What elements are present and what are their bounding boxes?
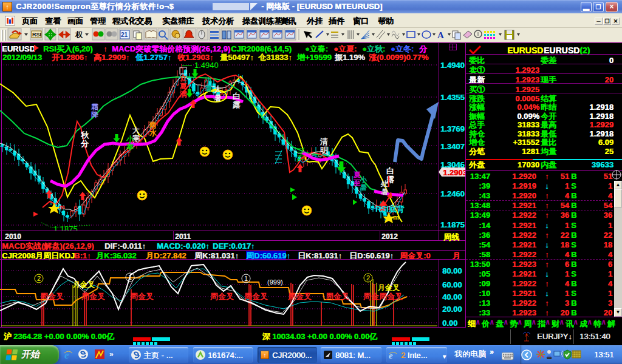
svg-text:2: 2 (37, 275, 41, 282)
svg-text:露: 露 (232, 100, 241, 109)
svg-text:周金叉: 周金叉 (81, 292, 105, 301)
svg-text:1: 1 (244, 275, 248, 282)
svg-text:小: 小 (359, 175, 367, 184)
svg-text:白: 白 (233, 92, 241, 101)
svg-text:m: m (393, 214, 399, 221)
svg-text:霜: 霜 (91, 103, 98, 111)
svg-text:21: 21 (121, 32, 128, 38)
svg-text:1: 1 (128, 274, 132, 281)
svg-text:清: 清 (320, 137, 328, 146)
svg-text:夏: 夏 (179, 82, 187, 90)
svg-text:周金叉: 周金叉 (244, 292, 268, 301)
svg-text:1.1875: 1.1875 (53, 224, 78, 231)
svg-text:露: 露 (386, 175, 394, 184)
svg-text:水: 水 (149, 129, 157, 137)
svg-text:雨: 雨 (149, 121, 157, 129)
svg-text:明: 明 (320, 146, 328, 155)
svg-text:周金叉: 周金叉 (39, 292, 64, 301)
svg-text:分: 分 (80, 139, 89, 148)
svg-text:(999): (999) (267, 278, 283, 286)
svg-text:大: 大 (132, 126, 140, 135)
svg-text:月金叉: 月金叉 (72, 280, 95, 289)
svg-text:»: » (109, 350, 114, 359)
svg-text:周金叉: 周金叉 (325, 292, 349, 301)
svg-text:RSI底背: RSI底背 (375, 204, 405, 214)
svg-text:暑: 暑 (205, 84, 213, 93)
svg-text:满: 满 (179, 90, 187, 98)
svg-text:m: m (59, 203, 65, 211)
svg-text:权: 权 (75, 30, 83, 39)
svg-text:白: 白 (386, 166, 394, 175)
svg-text:RSI: RSI (32, 32, 41, 38)
svg-text:暑: 暑 (381, 187, 389, 196)
svg-text:月金叉: 月金叉 (377, 283, 400, 292)
svg-text:周金周金叉: 周金周金叉 (363, 292, 403, 301)
svg-text:降: 降 (91, 110, 99, 119)
svg-text:立: 立 (179, 74, 187, 83)
svg-text:暑: 暑 (213, 93, 222, 103)
svg-text:小: 小 (204, 76, 213, 85)
svg-text:周金叉: 周金叉 (287, 292, 312, 301)
svg-text:周金叉: 周金叉 (210, 292, 234, 301)
svg-text:1.4940: 1.4940 (194, 61, 219, 70)
svg-text:暑: 暑 (360, 183, 367, 192)
svg-text:A: A (437, 30, 444, 40)
svg-text:寒: 寒 (126, 143, 134, 151)
svg-text:大: 大 (214, 85, 222, 94)
svg-text:秋: 秋 (80, 130, 89, 140)
svg-text:周金叉: 周金叉 (129, 292, 154, 301)
svg-text:小: 小 (126, 135, 134, 143)
svg-text:2: 2 (366, 274, 370, 281)
